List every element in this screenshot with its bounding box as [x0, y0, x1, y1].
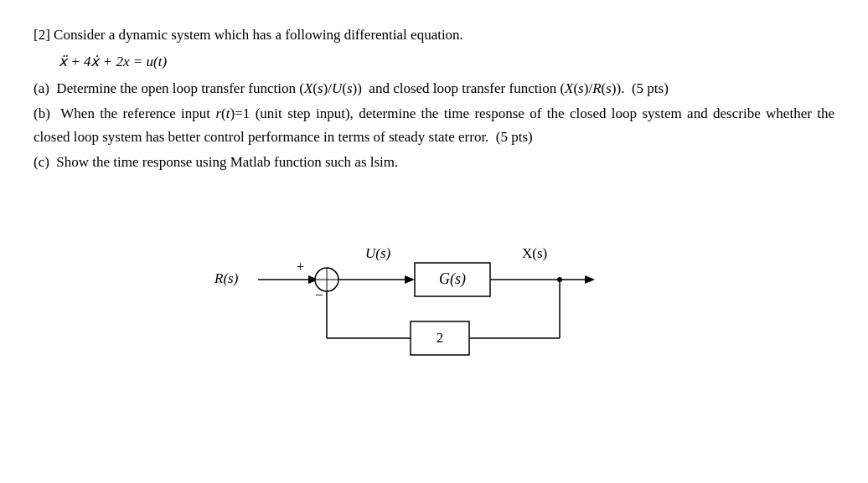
part-a: (a) Determine the open loop transfer fun… [34, 77, 834, 100]
r-label: R(s) [214, 270, 239, 286]
equation: ẍ + 4ẋ + 2x = u(t) [59, 54, 167, 69]
feedback-label: 2 [437, 330, 444, 346]
diagram-svg: R(s) + − U(s) G(s) [199, 198, 669, 382]
output-arrowhead [585, 275, 595, 284]
intro-line: [2] Consider a dynamic system which has … [34, 23, 834, 47]
x-label: X(s) [522, 245, 547, 261]
block-diagram: R(s) + − U(s) G(s) [199, 198, 669, 382]
part-b-text: (b) When the reference input r(t)=1 (uni… [34, 105, 834, 145]
minus-sign: − [315, 287, 323, 303]
part-b: (b) When the reference input r(t)=1 (uni… [34, 102, 834, 149]
part-c-text: (c) Show the time response using Matlab … [34, 154, 398, 170]
part-c: (c) Show the time response using Matlab … [34, 151, 834, 174]
problem-number: [2] [34, 27, 50, 43]
intro-text: Consider a dynamic system which has a fo… [54, 27, 463, 43]
plus-sign: + [297, 259, 304, 274]
u-label: U(s) [365, 245, 391, 261]
block-diagram-container: R(s) + − U(s) G(s) [34, 198, 834, 382]
equation-line: ẍ + 4ẋ + 2x = u(t) [59, 50, 834, 74]
problem-block: [2] Consider a dynamic system which has … [34, 23, 834, 382]
part-a-text: (a) Determine the open loop transfer fun… [34, 80, 669, 96]
u-arrowhead [405, 275, 415, 284]
g-label: G(s) [439, 270, 466, 288]
